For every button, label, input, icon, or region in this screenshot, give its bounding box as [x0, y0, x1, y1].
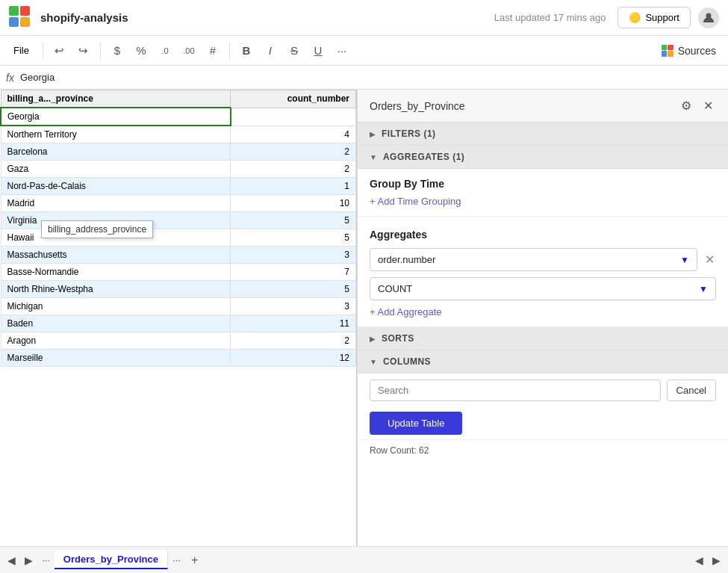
- aggregate-function-chevron-icon: ▼: [699, 284, 708, 294]
- tab-prev-button[interactable]: ◀: [3, 551, 20, 569]
- sources-button[interactable]: Sources: [656, 42, 722, 60]
- toolbar-separator-3: [229, 43, 230, 59]
- cell-province[interactable]: Michigan: [1, 298, 231, 315]
- search-input[interactable]: [370, 380, 661, 401]
- user-icon: [703, 12, 715, 24]
- aggregate-field-chevron-icon: ▼: [680, 255, 689, 265]
- more-options-button[interactable]: ···: [332, 40, 352, 61]
- table-row[interactable]: Madrid10: [1, 195, 356, 212]
- sheet-area: billing_a..._province count_number Georg…: [0, 90, 357, 546]
- cell-province[interactable]: Barcelona: [1, 143, 231, 161]
- panel-controls: ⚙ ✕: [678, 97, 716, 114]
- cell-count: 4: [231, 126, 356, 143]
- fx-label: fx: [6, 72, 14, 84]
- undo-button[interactable]: ↩: [49, 40, 70, 61]
- toolbar-separator-1: [43, 43, 43, 59]
- table-row[interactable]: Gaza2: [1, 161, 356, 178]
- tab-orders-label: Orders_by_Province: [63, 554, 158, 565]
- table-row[interactable]: Baden11: [1, 315, 356, 332]
- table-row[interactable]: Michigan3: [1, 298, 356, 315]
- filters-label: FILTERS (1): [382, 128, 436, 139]
- tab-scroll-right-button[interactable]: ▶: [708, 551, 725, 569]
- last-updated-label: Last updated 17 mins ago: [494, 12, 606, 23]
- cell-province[interactable]: Nord-Pas-de-Calais: [1, 178, 231, 195]
- user-avatar[interactable]: [698, 7, 719, 28]
- formula-value[interactable]: Georgia: [20, 72, 55, 83]
- cancel-button[interactable]: Cancel: [667, 380, 716, 401]
- tab-more-button[interactable]: ···: [37, 551, 55, 569]
- cell-count: 2: [231, 332, 356, 350]
- hash-format-button[interactable]: #: [202, 40, 223, 61]
- cell-province[interactable]: Northern Territory: [1, 126, 231, 143]
- add-time-grouping-link[interactable]: + Add Time Grouping: [370, 196, 716, 207]
- topbar: shopify-analysis Last updated 17 mins ag…: [0, 0, 728, 36]
- aggregates-section-header[interactable]: ▼ AGGREGATES (1): [358, 146, 728, 169]
- cell-province[interactable]: North Rhine-Westpha: [1, 281, 231, 298]
- settings-button[interactable]: ⚙: [678, 97, 694, 114]
- dollar-format-button[interactable]: $: [107, 40, 128, 61]
- cell-province[interactable]: Gaza: [1, 161, 231, 178]
- aggregates-arrow-icon: ▼: [370, 153, 377, 161]
- strikethrough-button[interactable]: S: [284, 40, 305, 61]
- table-row[interactable]: Aragon2: [1, 332, 356, 350]
- remove-aggregate-button[interactable]: ✕: [703, 251, 716, 268]
- underline-button[interactable]: U: [308, 40, 329, 61]
- italic-button[interactable]: I: [260, 40, 281, 61]
- cell-count: 5: [231, 229, 356, 247]
- aggregate-field-value: order.number: [378, 254, 435, 265]
- percent-format-button[interactable]: %: [131, 40, 152, 61]
- support-label: Support: [645, 12, 679, 23]
- table-row[interactable]: Nord-Pas-de-Calais1: [1, 178, 356, 195]
- app-title: shopify-analysis: [40, 11, 494, 24]
- add-aggregate-link[interactable]: + Add Aggregate: [370, 306, 716, 318]
- table-row[interactable]: Basse-Normandie7: [1, 264, 356, 281]
- cell-tooltip: billing_address_province: [41, 220, 153, 238]
- sources-icon: [662, 45, 673, 57]
- cell-province[interactable]: Madrid: [1, 195, 231, 212]
- aggregates-section-title: Aggregates: [370, 229, 716, 241]
- update-table-button[interactable]: Update Table: [370, 412, 462, 435]
- filters-section-header[interactable]: ▶ FILTERS (1): [358, 123, 728, 146]
- table-row[interactable]: Massachusetts3: [1, 247, 356, 264]
- add-tab-button[interactable]: +: [185, 551, 204, 570]
- support-button[interactable]: 🟡 Support: [617, 7, 691, 28]
- close-panel-button[interactable]: ✕: [700, 97, 716, 114]
- cell-count: 11: [231, 315, 356, 332]
- cell-province[interactable]: Aragon: [1, 332, 231, 350]
- table-row[interactable]: North Rhine-Westpha5: [1, 281, 356, 298]
- bold-button[interactable]: B: [236, 40, 257, 61]
- cell-count: 5: [231, 212, 356, 229]
- cell-count: 1: [231, 178, 356, 195]
- tab-scroll-left-button[interactable]: ◀: [691, 551, 708, 569]
- sorts-section-header[interactable]: ▶ SORTS: [358, 327, 728, 350]
- decimal-inc-button[interactable]: .00: [178, 40, 199, 61]
- aggregate-function-value: COUNT: [378, 283, 412, 294]
- cell-province[interactable]: Massachusetts: [1, 247, 231, 264]
- file-button[interactable]: File: [6, 42, 37, 59]
- columns-section-header[interactable]: ▼ COLUMNS: [358, 350, 728, 374]
- row-count-label: Row Count: 62: [370, 445, 429, 456]
- app-logo: [9, 6, 33, 30]
- redo-button[interactable]: ↪: [73, 40, 94, 61]
- cell-province[interactable]: Georgia: [1, 108, 231, 126]
- cell-province[interactable]: Marseille: [1, 350, 231, 367]
- cell-count: 10: [231, 195, 356, 212]
- tab-item-more-button[interactable]: ···: [168, 551, 185, 569]
- table-row[interactable]: Georgia: [1, 108, 356, 126]
- cell-province[interactable]: Baden: [1, 315, 231, 332]
- group-by-time-title: Group By Time: [370, 178, 716, 190]
- cell-count: 7: [231, 264, 356, 281]
- tab-orders-by-province[interactable]: Orders_by_Province: [55, 551, 168, 569]
- columns-label: COLUMNS: [383, 356, 431, 367]
- aggregate-field-select[interactable]: order.number ▼: [370, 248, 697, 271]
- aggregate-function-select[interactable]: COUNT ▼: [370, 277, 716, 300]
- cell-province[interactable]: Basse-Normandie: [1, 264, 231, 281]
- table-row[interactable]: Northern Territory4: [1, 126, 356, 143]
- table-row[interactable]: Barcelona2: [1, 143, 356, 161]
- table-row[interactable]: Marseille12: [1, 350, 356, 367]
- aggregate-function-row: COUNT ▼: [370, 277, 716, 300]
- toolbar-separator-2: [100, 43, 101, 59]
- decimal-dec-button[interactable]: .0: [155, 40, 175, 61]
- tab-next-button[interactable]: ▶: [20, 551, 37, 569]
- right-panel: Orders_by_Province ⚙ ✕ ▶ FILTERS (1) ▼ A…: [357, 90, 728, 546]
